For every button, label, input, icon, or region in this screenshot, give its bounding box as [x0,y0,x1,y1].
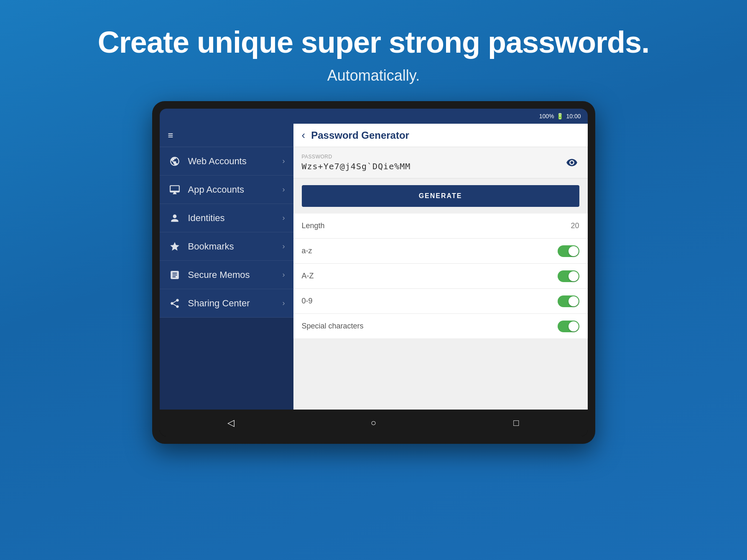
nav-recent-button[interactable]: □ [504,415,529,431]
sidebar-item-secure-memos[interactable]: Secure Memos › [160,261,293,289]
option-row-length[interactable]: Length 20 [293,214,588,239]
share-icon [168,297,181,310]
star-icon [168,240,181,253]
digits-toggle[interactable] [558,295,579,307]
password-field-label: PASSWORD [302,154,564,160]
sidebar-label-sharing-center: Sharing Center [188,298,283,309]
option-row-digits[interactable]: 0-9 [293,289,588,314]
hero-section: Create unique super strong passwords. Au… [98,0,649,101]
main-content: ‹ Password Generator PASSWORD Wzs+Ye7@j4… [293,124,588,410]
lowercase-label: a-z [302,247,312,255]
password-section: PASSWORD Wzs+Ye7@j4Sg`DQie%MM [293,147,588,178]
bottom-navigation: ◁ ○ □ [160,410,588,436]
option-row-uppercase[interactable]: A-Z [293,264,588,289]
sidebar: ≡ Web Accounts › App Accounts › [160,124,293,410]
sidebar-label-identities: Identities [188,213,283,224]
battery-icon: 🔋 [556,113,563,120]
sidebar-item-web-accounts[interactable]: Web Accounts › [160,147,293,176]
sidebar-label-bookmarks: Bookmarks [188,241,283,252]
chevron-right-icon: › [283,157,285,165]
chevron-right-icon: › [283,270,285,279]
sidebar-item-identities[interactable]: Identities › [160,204,293,232]
hero-subtitle: Automatically. [98,67,649,84]
nav-home-button[interactable]: ○ [361,415,386,431]
back-button[interactable]: ‹ [302,129,306,142]
toggle-visibility-button[interactable] [564,155,579,170]
special-label: Special characters [302,322,364,331]
hamburger-icon[interactable]: ≡ [168,130,173,141]
globe-icon [168,155,181,168]
sidebar-label-web-accounts: Web Accounts [188,156,283,167]
sidebar-item-app-accounts[interactable]: App Accounts › [160,176,293,204]
option-row-special[interactable]: Special characters [293,314,588,339]
password-block: PASSWORD Wzs+Ye7@j4Sg`DQie%MM [302,154,564,171]
uppercase-toggle[interactable] [558,270,579,282]
main-body: PASSWORD Wzs+Ye7@j4Sg`DQie%MM GENERATE [293,147,588,410]
page-title: Password Generator [311,130,409,141]
monitor-icon [168,183,181,196]
chevron-right-icon: › [283,242,285,251]
tablet-device: 100% 🔋 10:00 ≡ Web Accounts › [152,101,595,444]
digits-label: 0-9 [302,297,313,305]
battery-status: 100% [539,113,554,120]
svg-point-0 [571,162,573,163]
chevron-right-icon: › [283,299,285,308]
length-value: 20 [571,221,579,230]
lowercase-toggle[interactable] [558,245,579,257]
hero-title: Create unique super strong passwords. [98,25,649,59]
chevron-right-icon: › [283,185,285,194]
status-bar: 100% 🔋 10:00 [160,109,588,124]
tablet-screen: 100% 🔋 10:00 ≡ Web Accounts › [160,109,588,436]
chevron-right-icon: › [283,214,285,222]
sidebar-bottom-fill [160,318,293,410]
option-row-lowercase[interactable]: a-z [293,239,588,264]
sidebar-item-sharing-center[interactable]: Sharing Center › [160,289,293,318]
length-label: Length [302,221,325,230]
nav-back-button[interactable]: ◁ [218,415,243,431]
uppercase-label: A-Z [302,272,314,280]
sidebar-item-bookmarks[interactable]: Bookmarks › [160,232,293,261]
person-icon [168,211,181,225]
special-toggle[interactable] [558,321,579,332]
app-area: ≡ Web Accounts › App Accounts › [160,124,588,410]
main-header: ‹ Password Generator [293,124,588,147]
generate-button[interactable]: GENERATE [302,185,579,207]
clock: 10:00 [566,113,581,120]
memo-icon [168,268,181,282]
sidebar-label-app-accounts: App Accounts [188,184,283,195]
sidebar-header[interactable]: ≡ [160,124,293,147]
sidebar-label-secure-memos: Secure Memos [188,270,283,280]
password-value: Wzs+Ye7@j4Sg`DQie%MM [302,161,564,171]
